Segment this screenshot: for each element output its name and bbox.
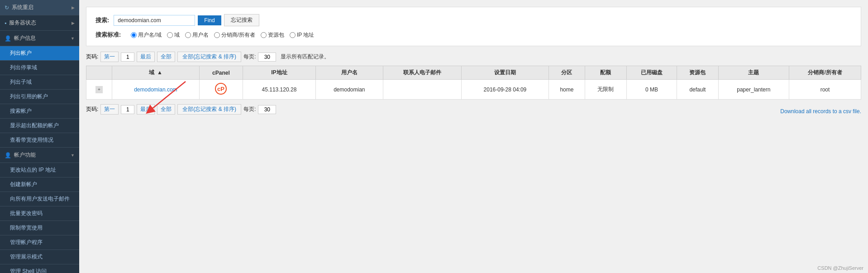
arrow-right-icon2: ▶ bbox=[72, 21, 75, 25]
page-label: 页码: bbox=[86, 53, 98, 61]
cell-domain: demodomian.com bbox=[112, 80, 199, 100]
sidebar-item-server-status[interactable]: ▪ 服务器状态 ▶ bbox=[0, 15, 79, 31]
sidebar-item-manage-quota[interactable]: 管理帐户程序 bbox=[0, 235, 79, 250]
criteria-label: 搜索标准: bbox=[95, 31, 121, 39]
sidebar-label-server: 服务器状态 bbox=[9, 19, 36, 27]
per-page-input[interactable] bbox=[258, 53, 276, 62]
search-panel: 搜索: Find 忘记搜索 搜索标准: 用户名/域 域 用户名 分销商/所有者 bbox=[86, 7, 861, 46]
col-partition: 分区 bbox=[548, 66, 585, 80]
domain-link[interactable]: demodomian.com bbox=[134, 86, 177, 93]
page-label-bottom: 页码: bbox=[86, 105, 98, 113]
criteria-reseller[interactable]: 分销商/所有者 bbox=[214, 31, 255, 39]
sidebar-label-manage-display: 管理展示模式 bbox=[10, 254, 43, 260]
last-page-button-bottom[interactable]: 最后 bbox=[137, 104, 155, 115]
search-criteria-row: 搜索标准: 用户名/域 域 用户名 分销商/所有者 资源包 bbox=[95, 31, 852, 39]
sidebar-item-create-account[interactable]: 创建新帐户 bbox=[0, 177, 79, 192]
cell-reseller: root bbox=[789, 80, 861, 100]
col-reseller: 分销商/所有者 bbox=[789, 66, 861, 80]
criteria-domain[interactable]: 域 bbox=[167, 31, 180, 39]
cell-cpanel: cP bbox=[200, 80, 243, 100]
all-page-button-bottom[interactable]: 全部 bbox=[157, 104, 175, 115]
sidebar-item-change-ip[interactable]: 更改站点的 IP 地址 bbox=[0, 163, 79, 177]
sort-arrow-icon: ▲ bbox=[157, 69, 162, 76]
sidebar-item-account-functions[interactable]: 👤 帐户功能 ▼ bbox=[0, 148, 79, 163]
cell-quota: 无限制 bbox=[585, 80, 626, 100]
refresh-icon: ↻ bbox=[5, 5, 9, 11]
cell-theme: paper_lantern bbox=[718, 80, 789, 100]
footer-text: CSDN @ZhujiServer bbox=[817, 265, 863, 271]
sidebar-label-manage-quota: 管理帐户程序 bbox=[10, 239, 43, 245]
top-pagination: 页码: 第一 最后 全部 全部(忘记搜索 & 排序) 每页: 显示所有匹配记录。 bbox=[86, 52, 861, 62]
col-package: 资源包 bbox=[677, 66, 718, 80]
per-page-label: 每页: bbox=[243, 53, 256, 61]
cpanel-logo-svg: cP bbox=[215, 82, 227, 95]
sidebar-item-manage-display[interactable]: 管理展示模式 bbox=[0, 250, 79, 264]
sidebar-item-list-addon[interactable]: 列出引用的帐户 bbox=[0, 90, 79, 104]
cell-ip: 45.113.120.28 bbox=[243, 80, 315, 100]
find-button[interactable]: Find bbox=[198, 15, 221, 25]
all-sort-button[interactable]: 全部(忘记搜索 & 排序) bbox=[177, 52, 241, 62]
col-username: 用户名 bbox=[316, 66, 383, 80]
criteria-package[interactable]: 资源包 bbox=[261, 31, 284, 39]
sidebar-label-change-ip: 更改站点的 IP 地址 bbox=[10, 167, 56, 173]
col-quota: 配额 bbox=[585, 66, 626, 80]
sidebar-item-list-suspended[interactable]: 列出停掌域 bbox=[0, 61, 79, 75]
sidebar-item-search-account[interactable]: 搜索帐户 bbox=[0, 104, 79, 119]
sidebar-item-system[interactable]: ↻ 系统重启 ▶ bbox=[0, 0, 79, 15]
download-csv-link[interactable]: Download all records to a csv file. bbox=[780, 108, 861, 115]
criteria-ip[interactable]: IP 地址 bbox=[290, 31, 314, 39]
last-page-button[interactable]: 最后 bbox=[137, 52, 155, 62]
sidebar-label-send-email: 向所有用户发送电子邮件 bbox=[10, 196, 70, 202]
sidebar-label-account-info: 帐户信息 bbox=[14, 34, 36, 42]
sidebar-item-account-info[interactable]: 👤 帐户信息 ▼ bbox=[0, 31, 79, 46]
page-number-input-bottom[interactable] bbox=[121, 105, 134, 114]
search-label: 搜索: bbox=[95, 16, 109, 24]
table-header-row: 域 ▲ cPanel IP地址 用户名 联系人电子邮件 bbox=[86, 66, 861, 80]
sidebar-label-system: 系统重启 bbox=[12, 4, 33, 11]
sidebar-item-manage-shell[interactable]: 管理 Shell 访问 bbox=[0, 264, 79, 273]
user-icon2: 👤 bbox=[5, 152, 11, 158]
col-theme: 主题 bbox=[718, 66, 789, 80]
cell-expand: + bbox=[86, 80, 112, 100]
cell-email bbox=[383, 80, 462, 100]
user-icon: 👤 bbox=[5, 35, 11, 42]
per-page-input-bottom[interactable] bbox=[258, 105, 276, 114]
sidebar-label-manage-shell: 管理 Shell 访问 bbox=[10, 268, 47, 273]
svg-text:cP: cP bbox=[217, 86, 224, 92]
sidebar-label-limit-quota: 限制带宽使用 bbox=[10, 225, 43, 231]
sidebar-item-send-email[interactable]: 向所有用户发送电子邮件 bbox=[0, 192, 79, 206]
cell-partition: home bbox=[548, 80, 585, 100]
first-page-button-bottom[interactable]: 第一 bbox=[100, 104, 119, 115]
sidebar-label-show-overquota: 显示超出配额的帐户 bbox=[10, 122, 59, 129]
accounts-table: 域 ▲ cPanel IP地址 用户名 联系人电子邮件 bbox=[86, 66, 861, 100]
all-page-button[interactable]: 全部 bbox=[157, 52, 175, 62]
page-number-input[interactable] bbox=[121, 53, 134, 62]
cpanel-icon[interactable]: cP bbox=[215, 82, 227, 95]
sidebar-item-batch-password[interactable]: 批量更改密码 bbox=[0, 206, 79, 221]
sidebar: ↻ 系统重启 ▶ ▪ 服务器状态 ▶ 👤 帐户信息 ▼ 列出帐户 列出停掌域 列… bbox=[0, 0, 79, 273]
sidebar-item-show-overquota[interactable]: 显示超出配额的帐户 bbox=[0, 119, 79, 133]
cell-setup-date: 2016-09-28 04:09 bbox=[462, 80, 548, 100]
criteria-username[interactable]: 用户名 bbox=[185, 31, 209, 39]
criteria-username-domain[interactable]: 用户名/域 bbox=[131, 31, 161, 39]
forget-search-button[interactable]: 忘记搜索 bbox=[224, 14, 259, 26]
cell-package: default bbox=[677, 80, 718, 100]
sidebar-label-create-account: 创建新帐户 bbox=[10, 181, 37, 187]
server-icon: ▪ bbox=[5, 20, 6, 26]
col-ip: IP地址 bbox=[243, 66, 315, 80]
sidebar-item-check-quota[interactable]: 查看带宽使用情况 bbox=[0, 133, 79, 148]
sidebar-item-list-child[interactable]: 列出子域 bbox=[0, 75, 79, 90]
sidebar-label-list-accounts: 列出帐户 bbox=[10, 50, 32, 56]
search-input[interactable] bbox=[114, 15, 195, 26]
col-domain[interactable]: 域 ▲ bbox=[112, 66, 199, 80]
cell-disk-used: 0 MB bbox=[626, 80, 677, 100]
sidebar-item-list-accounts[interactable]: 列出帐户 bbox=[0, 46, 79, 61]
sidebar-label-check-quota: 查看带宽使用情况 bbox=[10, 137, 53, 143]
col-setup-date: 设置日期 bbox=[462, 66, 548, 80]
first-page-button[interactable]: 第一 bbox=[100, 52, 119, 62]
sidebar-item-limit-quota[interactable]: 限制带宽使用 bbox=[0, 221, 79, 235]
cell-username: demodomian bbox=[316, 80, 383, 100]
expand-button[interactable]: + bbox=[95, 86, 103, 93]
table-row: + demodomian.com cP 45.113.120.28 bbox=[86, 80, 861, 100]
all-sort-button-bottom[interactable]: 全部(忘记搜索 & 排序) bbox=[177, 104, 241, 115]
